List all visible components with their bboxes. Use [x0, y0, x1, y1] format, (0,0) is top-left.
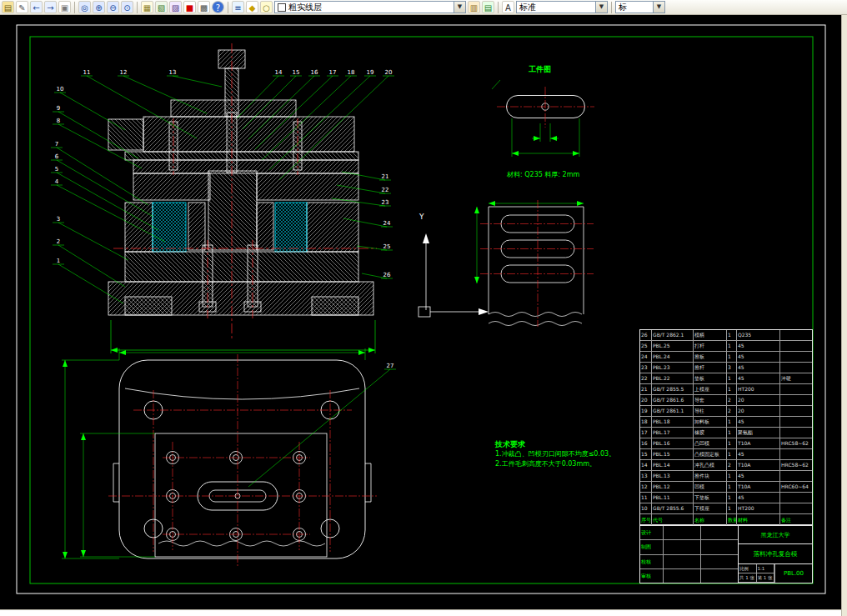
signature-date-cell — [701, 526, 739, 539]
parts-list-row: 16PBL.16凸凹模1T10AHRC58~62 — [640, 438, 812, 449]
chevron-down-icon[interactable]: ▼ — [454, 2, 465, 13]
balloon-number-5: 5 — [55, 166, 58, 173]
parts-list-cell — [780, 503, 812, 513]
parts-list-cell: 1 — [727, 384, 737, 394]
block-icon[interactable]: ▨ — [169, 1, 182, 13]
parts-list-cell: 2 — [727, 460, 737, 470]
parts-list-cell: 24 — [640, 352, 652, 362]
layer-previous-icon[interactable]: ▤ — [482, 1, 494, 13]
balloon-number-11: 11 — [83, 69, 91, 76]
text-style-select[interactable]: 标准▼ — [516, 1, 608, 13]
parts-list-cell: 卸料板 — [694, 417, 727, 427]
zoom-in-icon[interactable]: ⊕ — [93, 1, 105, 13]
parts-list-cell: 18 — [640, 417, 652, 427]
parts-list-row: 26GB/T 2862.1模柄1Q235 — [640, 330, 812, 341]
parts-list-cell: 1 — [727, 341, 737, 351]
chevron-down-icon[interactable]: ▼ — [595, 2, 607, 13]
parts-list-cell: PBL.15 — [652, 449, 694, 459]
parts-list-cell: PBL.13 — [652, 471, 694, 481]
signature-name-cell — [664, 555, 701, 568]
table-icon[interactable]: ▩ — [198, 1, 210, 13]
erase-icon[interactable]: ■ — [183, 1, 196, 13]
parts-list-cell: HRC60~64 — [780, 482, 812, 492]
parts-list-cell: 1 — [727, 471, 737, 481]
parts-list-cell: T10A — [737, 482, 780, 492]
sheet-number: 第 1 张 — [757, 573, 775, 583]
zoom-window-icon[interactable]: ◎ — [78, 1, 91, 13]
dim-style-select[interactable]: 标▼ — [615, 1, 665, 13]
drawing-title: 落料冲孔复合模 — [739, 544, 812, 564]
layers-stack-icon[interactable]: ≡ — [232, 1, 244, 13]
layer-properties-icon[interactable]: ▦ — [141, 1, 153, 13]
layer-bulb-icon[interactable]: ○ — [260, 1, 273, 13]
match-properties-icon[interactable]: ▥ — [468, 1, 480, 13]
text-style-icon[interactable]: A — [502, 1, 514, 13]
open-file-icon[interactable]: ▤ — [2, 1, 14, 13]
strip-layout-view — [477, 200, 594, 327]
balloon-number-19: 19 — [367, 69, 374, 76]
parts-list-cell: HT200 — [737, 384, 780, 394]
paste-icon[interactable]: ▣ — [58, 1, 71, 13]
parts-list-cell: 聚氨酯 — [737, 428, 780, 438]
parts-list-row: 11PBL.11下垫板145 — [640, 493, 812, 503]
signature-date-cell — [701, 569, 739, 583]
parts-list-cell: GB/T 2855.6 — [652, 503, 694, 513]
signature-name-cell — [664, 526, 701, 539]
tech-requirements-title: 技术要求 — [495, 439, 615, 449]
layer-select[interactable]: 粗实线层▼ — [274, 1, 466, 13]
toolbar-separator — [611, 2, 612, 13]
edit-icon[interactable]: ✎ — [16, 1, 28, 13]
toolbar-separator — [74, 2, 75, 13]
parts-list-cell: PBL.18 — [652, 417, 694, 427]
layer-states-icon[interactable]: ▧ — [155, 1, 168, 13]
parts-list-cell: 导套 — [694, 395, 727, 405]
parts-list-cell: GB/T 2861.6 — [652, 395, 694, 405]
layer-flag-icon[interactable]: ◆ — [246, 1, 258, 13]
parts-list-cell: 凸凹模 — [694, 438, 727, 448]
material-note: 材料: Q235 料厚: 2mm — [507, 170, 579, 179]
balloon-number-16: 16 — [311, 69, 318, 76]
signature-row: 审核 — [640, 569, 738, 583]
parts-list-row: 18PBL.18卸料板145 — [640, 417, 812, 428]
parts-list-cell: PBL.22 — [652, 373, 694, 383]
parts-list-row: 23PBL.23推杆345 — [640, 363, 812, 373]
help-icon[interactable]: ? — [212, 1, 224, 13]
parts-list-header: 序号代号名称数量材料备注 — [640, 514, 812, 526]
parts-list-cell — [780, 493, 812, 503]
signature-label: 设计 — [640, 526, 664, 539]
parts-list-cell: 名称 — [694, 514, 727, 526]
parts-list-row: 17PBL.17橡胶1聚氨酯 — [640, 428, 812, 438]
parts-list-cell: 1 — [727, 438, 737, 448]
parts-list-cell: 淬硬 — [780, 373, 812, 383]
zoom-out-icon[interactable]: ⊖ — [107, 1, 119, 13]
zoom-extents-icon[interactable]: ⊙ — [121, 1, 133, 13]
chevron-down-icon[interactable]: ▼ — [653, 2, 664, 13]
parts-list-cell: PBL.25 — [652, 341, 694, 351]
parts-list-cell: 16 — [640, 438, 652, 448]
parts-list-cell: 25 — [640, 341, 652, 351]
parts-list-cell: 13 — [640, 471, 652, 481]
redo-icon[interactable]: → — [44, 1, 57, 13]
title-block-signature-grid: 设计制图校核审核 — [640, 526, 739, 583]
signature-row: 设计 — [640, 526, 738, 540]
undo-icon[interactable]: ← — [30, 1, 43, 13]
parts-list-row: 21GB/T 2855.5上模座1HT200 — [640, 384, 812, 395]
signature-name-cell — [664, 540, 701, 553]
parts-list-cell: HRC58~62 — [780, 460, 812, 470]
parts-list-cell: HRC58~62 — [780, 438, 812, 448]
parts-list-cell: 凸模固定板 — [694, 449, 727, 459]
parts-list-cell: 橡胶 — [694, 428, 727, 438]
balloon-number-8: 8 — [57, 118, 60, 124]
parts-list-cell: 20 — [640, 395, 652, 405]
signature-row: 制图 — [640, 540, 738, 554]
signature-label: 制图 — [640, 540, 664, 553]
signature-label: 审核 — [640, 569, 664, 583]
parts-list-row: 25PBL.25打杆145 — [640, 341, 812, 352]
parts-list-cell: 1 — [727, 482, 737, 492]
parts-list-cell: 代号 — [652, 514, 694, 526]
parts-list-row: 19GB/T 2861.1导柱220 — [640, 406, 812, 417]
balloon-number-26: 26 — [383, 272, 391, 278]
parts-list-row: 20GB/T 2861.6导套220 — [640, 395, 812, 406]
signature-name-cell — [664, 569, 701, 583]
parts-list-cell: 垫板 — [694, 373, 727, 383]
